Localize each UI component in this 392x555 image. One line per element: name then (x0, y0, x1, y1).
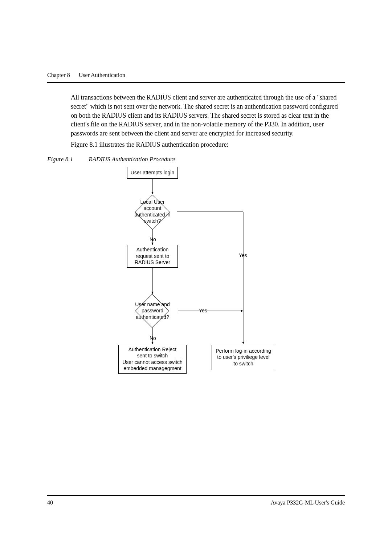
flow-box-request-l3: RADIUS Server (135, 259, 170, 266)
flow-box-perform: Perform log-in according to user's privi… (212, 345, 275, 370)
diamond-local-line1: Local User (140, 199, 165, 206)
label-yes-2: Yes (199, 308, 207, 313)
flow-box-perform-l3: to switch (233, 361, 253, 367)
page-footer: 40 Avaya P332G-ML User's Guide (47, 495, 345, 506)
paragraph-shared-secret: All transactions between the RADIUS clie… (71, 93, 345, 138)
flowchart: User attempts login Local User account a… (109, 167, 334, 403)
flow-diamond-auth: User name and password authenticated? (127, 294, 178, 328)
flow-diamond-local: Local User account authenticated in swit… (128, 194, 177, 229)
label-no-2: No (150, 335, 156, 341)
flow-box-request-l2: request sent to (136, 253, 170, 260)
flow-box-request: Authentication request sent to RADIUS Se… (127, 245, 178, 268)
figure-caption: Figure 8.1 RADIUS Authentication Procedu… (47, 156, 345, 163)
flow-box-request-l1: Authentication (136, 247, 169, 253)
diamond-auth-line1: User name and (135, 301, 170, 308)
flow-box-reject-l1: Authentication Reject (128, 347, 176, 353)
flow-box-reject-l2: sent to switch (137, 353, 168, 359)
flow-box-reject: Authentication Reject sent to switch Use… (118, 345, 187, 374)
flow-box-login-text: User attempts login (131, 170, 175, 176)
paragraph-figure-intro: Figure 8.1 illustrates the RADIUS authen… (71, 140, 345, 149)
flow-box-reject-l4: embedded managegment (123, 365, 181, 372)
flow-box-perform-l1: Perform log-in according (216, 348, 271, 355)
figure-title: RADIUS Authentication Procedure (89, 156, 175, 163)
diamond-local-line2: account (143, 205, 161, 212)
chapter-label: Chapter 8 (47, 72, 70, 78)
chapter-title: User Authentication (79, 72, 125, 78)
guide-title: Avaya P332G-ML User's Guide (271, 499, 345, 506)
page-header: Chapter 8 User Authentication (47, 72, 345, 78)
label-no-1: No (150, 236, 156, 242)
flow-box-perform-l2: to user's priviliege level (217, 354, 269, 361)
diamond-auth-line3: authenticated? (136, 314, 169, 321)
figure-number: Figure 8.1 (47, 156, 87, 163)
diamond-auth-line2: password (142, 308, 163, 314)
page-number: 40 (47, 499, 53, 506)
flow-box-reject-l3: User cannot access switch (122, 359, 183, 366)
header-divider (47, 82, 345, 83)
footer-divider (47, 495, 345, 496)
diamond-local-line3: authenticated in (135, 212, 171, 218)
label-yes-1: Yes (239, 252, 247, 258)
flow-box-login: User attempts login (127, 167, 178, 179)
diamond-local-line4: switch? (144, 218, 161, 224)
